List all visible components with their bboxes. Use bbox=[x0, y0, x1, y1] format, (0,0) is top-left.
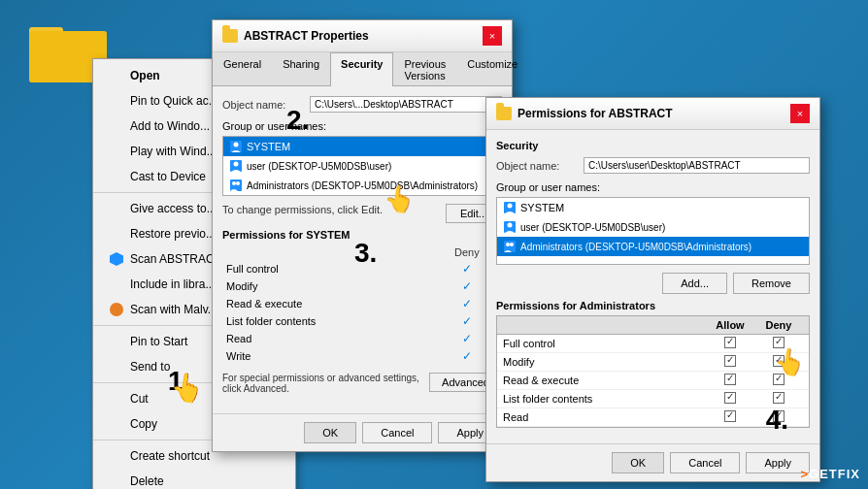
svg-point-13 bbox=[508, 223, 513, 228]
allow-checkbox[interactable] bbox=[724, 374, 736, 385]
perm-col-header bbox=[222, 244, 432, 260]
allow-checkbox[interactable] bbox=[724, 337, 736, 348]
perms-table-header: Allow Deny bbox=[497, 316, 809, 335]
malwarebytes-icon bbox=[110, 303, 123, 316]
tab-customize[interactable]: Customize bbox=[456, 52, 528, 86]
add-remove-buttons: Add... Remove bbox=[496, 273, 810, 294]
user-desktop-icon bbox=[229, 159, 243, 173]
step-3-badge: 3. bbox=[354, 238, 377, 269]
perms-user-desktop[interactable]: user (DESKTOP-U5M0DSB\user) bbox=[497, 217, 809, 237]
svg-point-6 bbox=[234, 162, 239, 167]
desktop: Open Pin to Quick ac... Add to Windo... … bbox=[0, 0, 868, 489]
restore-icon bbox=[109, 226, 124, 242]
deny-checkbox[interactable] bbox=[773, 392, 785, 404]
user-system-icon bbox=[229, 140, 243, 153]
hand-cursor-3: 👆 bbox=[772, 344, 808, 379]
remove-button[interactable]: Remove bbox=[733, 273, 810, 294]
tab-previous-versions[interactable]: Previous Versions bbox=[393, 52, 456, 86]
edit-section: Edit... To change permissions, click Edi… bbox=[222, 204, 502, 223]
hand-cursor-1: 👆 bbox=[167, 369, 206, 407]
shield-icon bbox=[110, 252, 123, 266]
tab-general[interactable]: General bbox=[213, 52, 272, 86]
step-2-badge: 2. bbox=[286, 105, 309, 136]
malware-icon bbox=[109, 302, 124, 317]
perms-dialog-title-text: Permissions for ABSTRACT bbox=[517, 107, 673, 120]
watermark-brand: GETFIX bbox=[809, 467, 860, 481]
perms-section-label: Security bbox=[496, 140, 810, 151]
table-row: Read ✓ bbox=[222, 330, 502, 347]
svg-point-4 bbox=[234, 143, 239, 147]
perms-dialog-folder-icon bbox=[496, 107, 512, 120]
dialog-title-folder-icon bbox=[222, 29, 238, 43]
perms-ok-button[interactable]: OK bbox=[612, 452, 664, 473]
perms-user-system[interactable]: SYSTEM bbox=[497, 198, 809, 217]
start-icon bbox=[109, 334, 124, 349]
svg-point-15 bbox=[506, 243, 510, 246]
ok-button[interactable]: OK bbox=[304, 422, 356, 443]
step-4-badge: 4. bbox=[766, 405, 788, 436]
table-row: Modify ✓ bbox=[222, 277, 502, 295]
user-admins-icon bbox=[229, 179, 243, 192]
perms-object-name-field[interactable] bbox=[584, 157, 810, 174]
perms-user-admins[interactable]: Administrators (DESKTOP-U5M0DSB\Administ… bbox=[497, 237, 809, 256]
dialog-tabs: General Sharing Security Previous Versio… bbox=[213, 52, 512, 86]
svg-rect-7 bbox=[230, 179, 242, 191]
cast-icon bbox=[109, 169, 124, 184]
dialog-title-left: ABSTRACT Properties bbox=[222, 29, 369, 43]
context-menu-delete[interactable]: Delete bbox=[93, 469, 295, 489]
group-label: Group or user names: bbox=[222, 120, 502, 132]
perms-desktop-icon bbox=[503, 220, 517, 234]
allow-checkbox[interactable] bbox=[724, 392, 736, 404]
user-list: SYSTEM user (DESKTOP-U5M0DSB\user) bbox=[222, 136, 502, 196]
allow-header: Allow bbox=[706, 319, 754, 331]
tab-security[interactable]: Security bbox=[330, 52, 393, 86]
perms-permissions-label: Permissions for Administrators bbox=[496, 300, 810, 311]
perms-object-name-row: Object name: bbox=[496, 157, 810, 174]
properties-dialog-close[interactable]: × bbox=[483, 26, 502, 46]
svg-point-11 bbox=[508, 204, 513, 209]
object-name-field[interactable] bbox=[310, 96, 502, 113]
cut-icon bbox=[109, 391, 124, 407]
open-icon bbox=[109, 68, 124, 83]
perms-dialog-close[interactable]: × bbox=[790, 104, 810, 123]
access-icon bbox=[109, 201, 124, 216]
table-row: Full control bbox=[497, 335, 809, 353]
table-row: Modify bbox=[497, 353, 809, 372]
add-icon bbox=[109, 118, 124, 134]
cancel-button[interactable]: Cancel bbox=[362, 422, 432, 443]
table-row: List folder contents ✓ bbox=[222, 312, 502, 330]
object-name-row: Object name: bbox=[222, 96, 502, 113]
user-system[interactable]: SYSTEM bbox=[223, 137, 501, 156]
play-icon bbox=[109, 144, 124, 159]
scan-icon bbox=[109, 251, 124, 267]
hand-cursor-2: 👆 bbox=[382, 181, 417, 216]
user-desktop-user[interactable]: user (DESKTOP-U5M0DSB\user) bbox=[223, 156, 501, 176]
user-administrators[interactable]: Administrators (DESKTOP-U5M0DSB\Administ… bbox=[223, 176, 501, 195]
perms-user-list: SYSTEM user (DESKTOP-U5M0DSB\user) bbox=[496, 197, 810, 265]
delete-icon bbox=[109, 473, 124, 489]
copy-icon bbox=[109, 416, 124, 432]
advanced-section: Advanced For special permissions or adva… bbox=[222, 373, 502, 400]
table-row: Read & execute ✓ bbox=[222, 295, 502, 312]
perms-table: Allow Deny Full control Modify Read & ex… bbox=[496, 315, 810, 428]
perms-admins-icon bbox=[503, 240, 517, 253]
perms-dialog-buttons: OK Cancel Apply bbox=[486, 443, 819, 481]
perms-dialog-titlebar: Permissions for ABSTRACT × bbox=[486, 98, 819, 130]
svg-point-16 bbox=[510, 243, 514, 246]
svg-point-9 bbox=[236, 181, 240, 185]
dialog-titlebar: ABSTRACT Properties × bbox=[213, 20, 512, 52]
svg-rect-14 bbox=[504, 241, 516, 252]
svg-point-8 bbox=[232, 181, 236, 185]
tab-sharing[interactable]: Sharing bbox=[272, 52, 330, 86]
add-button[interactable]: Add... bbox=[662, 273, 727, 294]
sendto-icon bbox=[109, 359, 124, 375]
perms-cancel-button[interactable]: Cancel bbox=[670, 452, 740, 473]
perms-group-label: Group or user names: bbox=[496, 181, 810, 193]
allow-checkbox[interactable] bbox=[724, 410, 736, 422]
allow-checkbox[interactable] bbox=[724, 355, 736, 367]
table-row: Read & execute bbox=[497, 372, 809, 390]
deny-header: Deny bbox=[754, 319, 803, 331]
dialog-title-text: ABSTRACT Properties bbox=[244, 29, 369, 43]
perms-dialog-content: Security Object name: Group or user name… bbox=[486, 130, 819, 443]
perms-dialog-title-left: Permissions for ABSTRACT bbox=[496, 107, 673, 120]
